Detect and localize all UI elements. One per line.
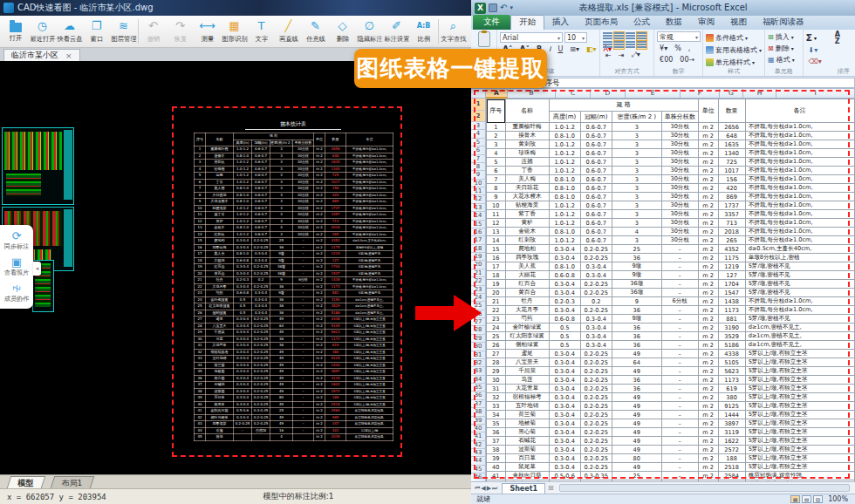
table-cell[interactable]: 156 — [718, 175, 745, 184]
table-cell[interactable]: 0.6-0.7 — [580, 193, 612, 201]
row-header-43[interactable]: 43 — [471, 449, 486, 457]
table-cell[interactable]: 0.3-0.4 — [549, 358, 580, 367]
save-icon[interactable] — [489, 3, 497, 12]
table-cell[interactable]: 10 — [487, 201, 506, 210]
column-header-I[interactable]: I — [776, 89, 855, 99]
table-cell[interactable]: 百日草 — [505, 454, 549, 463]
sheet-nav-icons[interactable]: ⏮◀▶⏭ — [475, 485, 498, 492]
font-size-combo[interactable]: 10▾ — [564, 32, 587, 43]
table-cell[interactable]: 0.2-0.25 — [580, 437, 612, 446]
table-cell[interactable]: m 2 — [698, 123, 718, 132]
table-cell[interactable]: 0.8-1.0 — [549, 175, 580, 184]
table-cell[interactable]: 0.3-0.4 — [549, 454, 580, 463]
cad-toolbar-delete-button[interactable]: ◇删除 — [329, 17, 356, 46]
table-cell[interactable]: 0.2-0.25 — [580, 428, 612, 437]
table-cell[interactable]: 5 — [487, 158, 506, 167]
decrease-decimal-button[interactable]: 00→ — [677, 54, 697, 65]
table-cell[interactable]: 49 — [612, 411, 661, 419]
table-header[interactable]: 单位 — [698, 99, 718, 123]
table-cell[interactable]: 13 — [487, 228, 506, 236]
table-cell[interactable]: 株苗冠饱满,观赏性强, — [745, 472, 854, 480]
table-header[interactable]: 备注 — [745, 99, 854, 123]
table-cell[interactable]: 30分枝 — [661, 123, 698, 132]
fill-button[interactable]: ⬇▾ — [806, 44, 821, 55]
table-cell[interactable]: 3 — [612, 167, 661, 175]
table-cell[interactable]: – — [661, 472, 698, 480]
format-cells-button[interactable]: ▦ 格式▾ — [768, 54, 799, 65]
table-cell[interactable]: 0.6-0.7 — [580, 132, 612, 140]
align-top-button[interactable] — [603, 32, 612, 40]
table-cell[interactable]: 紫丁香 — [505, 210, 549, 219]
table-row[interactable]: 40鼠尾草0.3-0.40.2-0.2549–m 225185芽以上/墩,有独立… — [487, 463, 855, 472]
table-cell[interactable]: 1219 — [718, 262, 745, 271]
table-cell[interactable]: 5105 — [718, 358, 745, 367]
table-cell[interactable]: 265 — [718, 236, 745, 245]
undo-icon[interactable]: ↶ — [500, 3, 507, 13]
table-cell[interactable]: 5芽以上/墩,有独立主茎 — [745, 385, 854, 393]
table-cell[interactable]: – — [661, 306, 698, 315]
table-cell[interactable]: – — [661, 454, 698, 463]
column-header-H[interactable]: H — [743, 89, 776, 99]
table-row[interactable]: 22大花月季0.3-0.40.2-0.2536–m 21173不拼栽,每分枝d≥… — [487, 306, 855, 315]
table-cell[interactable]: 3 — [487, 140, 506, 149]
table-cell[interactable]: 2518 — [718, 463, 745, 472]
cad-toolbar-text-button[interactable]: T文字 — [248, 17, 275, 46]
table-cell[interactable]: 5芽以上/墩,有独立主茎 — [745, 402, 854, 411]
table-cell[interactable]: 5芽以上/墩,有独立主茎 — [745, 358, 854, 367]
accounting-format-button[interactable]: ¥▾ — [657, 43, 670, 53]
table-cell[interactable]: 713 — [718, 219, 745, 228]
table-cell[interactable]: 4338 — [718, 350, 745, 358]
table-row[interactable]: 26侧柏绿篱0.50.3-0.436–m 25186d≥1cm,密植不见土, — [487, 341, 855, 350]
table-cell[interactable]: m 2 — [698, 245, 718, 254]
cad-toolbar-redo-button[interactable]: ↷恢复 — [167, 17, 194, 46]
row-header-37[interactable]: 37 — [471, 400, 486, 408]
table-row[interactable]: 3黄刺玫1.0-1.20.6-0.7330分枝m 21635不拼栽,每分枝d≥1… — [487, 140, 855, 149]
table-cell[interactable]: 1 — [487, 123, 506, 132]
table-cell[interactable]: 3 — [612, 123, 661, 132]
table-cell[interactable]: 0.8-1.0 — [549, 228, 580, 236]
table-cell[interactable]: – — [661, 289, 698, 297]
table-cell[interactable]: 1017 — [718, 167, 745, 175]
table-header[interactable]: 高度(m) — [549, 111, 580, 123]
table-cell[interactable]: 5芽以上/墩,有独立主茎 — [745, 419, 854, 428]
table-cell[interactable]: 鼠尾草 — [505, 463, 549, 472]
table-cell[interactable]: 0.3-0.4 — [549, 393, 580, 402]
table-cell[interactable]: 1547 — [718, 289, 745, 297]
table-cell[interactable]: 80 — [612, 454, 661, 463]
cad-toolbar-layers-button[interactable]: ≋图层管理 — [110, 17, 137, 46]
table-cell[interactable]: 0.2-0.25 — [580, 385, 612, 393]
table-cell[interactable]: 0.3-0.4 — [549, 437, 580, 446]
table-cell[interactable]: 不拼栽,每分枝d≥1.0cm, — [745, 149, 854, 158]
table-cell[interactable]: – — [661, 324, 698, 332]
table-cell[interactable]: 0.6-0.7 — [580, 219, 612, 228]
table-cell[interactable]: 1.0-1.2 — [549, 210, 580, 219]
row-header-4[interactable]: 4 — [471, 130, 486, 138]
table-cell[interactable]: 9 — [612, 297, 661, 306]
cad-toolbar-find-text-button[interactable]: ⌕文字查找 — [440, 17, 467, 46]
cad-toolbar-undo-button[interactable]: ↶撤销 — [140, 17, 167, 46]
table-cell[interactable]: 3 — [612, 158, 661, 167]
table-cell[interactable]: 30分枝 — [661, 228, 698, 236]
row-header-42[interactable]: 42 — [471, 441, 486, 449]
table-cell[interactable]: – — [661, 280, 698, 289]
table-cell[interactable]: 37 — [487, 437, 506, 446]
table-row[interactable]: 27鸢尾0.3-0.40.2-0.2549–m 243385芽以上/墩,有独立主… — [487, 350, 855, 358]
table-cell[interactable]: 0.6-0.7 — [580, 210, 612, 219]
wrap-text-button[interactable] — [637, 32, 646, 40]
table-cell[interactable]: 49 — [612, 367, 661, 376]
table-cell[interactable]: 0.2-0.25 — [580, 306, 612, 315]
table-cell[interactable]: – — [661, 332, 698, 341]
table-header[interactable]: 单株分枝数 — [661, 111, 698, 123]
table-cell[interactable]: 五叶地锦 — [505, 402, 549, 411]
table-row[interactable]: 33五叶地锦0.3-0.40.2-0.2549–m 291255芽以上/墩,有独… — [487, 402, 855, 411]
table-cell[interactable]: 25 — [612, 472, 661, 480]
table-cell[interactable]: 30分枝 — [661, 158, 698, 167]
row-header-31[interactable]: 31 — [471, 351, 486, 359]
table-cell[interactable]: – — [661, 341, 698, 350]
table-cell[interactable]: 49 — [612, 393, 661, 402]
table-header[interactable]: 规 格 — [549, 99, 698, 112]
row-header-41[interactable]: 41 — [471, 432, 486, 440]
row-header-33[interactable]: 33 — [471, 367, 486, 375]
table-cell[interactable]: 不拼栽,每分枝d≥1.0cm, — [745, 184, 854, 193]
table-cell[interactable]: m 2 — [698, 201, 718, 210]
